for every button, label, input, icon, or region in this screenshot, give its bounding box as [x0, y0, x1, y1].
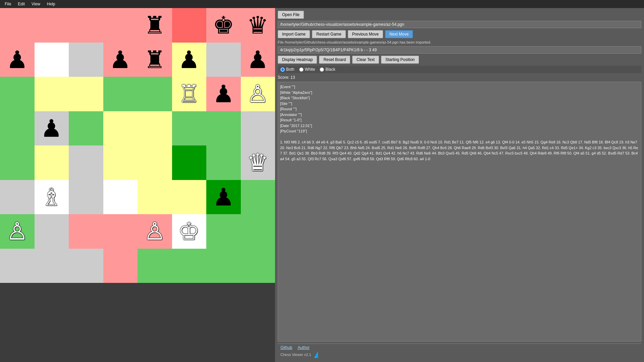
- import-game-button[interactable]: Import Game: [278, 30, 310, 38]
- cell-6-5[interactable]: ♔: [172, 214, 207, 249]
- cell-4-6[interactable]: [206, 145, 241, 180]
- cell-6-2[interactable]: [69, 214, 103, 249]
- radio-black-label[interactable]: Black: [320, 67, 335, 72]
- cell-6-3[interactable]: [103, 214, 138, 249]
- radio-black-text: Black: [325, 67, 335, 72]
- clear-text-button[interactable]: Clear Text: [352, 56, 379, 64]
- github-link[interactable]: Github: [280, 345, 292, 350]
- cell-2-3[interactable]: [103, 77, 138, 111]
- piece-1-5: ♟: [178, 48, 200, 72]
- cell-5-1[interactable]: ♗: [35, 180, 69, 215]
- author-link[interactable]: Author: [298, 345, 309, 350]
- cell-0-2[interactable]: [69, 8, 103, 43]
- cell-3-1[interactable]: ♟: [35, 111, 69, 146]
- cell-0-0[interactable]: [0, 8, 35, 43]
- cell-3-6[interactable]: [206, 111, 241, 146]
- cell-1-5[interactable]: ♟: [172, 43, 207, 77]
- cell-6-4[interactable]: ♙: [138, 214, 172, 249]
- game-controls-row: Import Game Restart Game Previous Move N…: [278, 30, 641, 38]
- cell-7-2[interactable]: [69, 249, 103, 283]
- cell-7-1[interactable]: [35, 249, 69, 283]
- radio-white-label[interactable]: White: [299, 67, 315, 72]
- cell-7-7[interactable]: [241, 249, 275, 283]
- next-move-button[interactable]: Next Move: [385, 30, 413, 38]
- cell-0-1[interactable]: [35, 8, 69, 43]
- cell-4-2[interactable]: [69, 145, 103, 180]
- cell-4-1[interactable]: [35, 145, 69, 180]
- file-path-input[interactable]: [278, 21, 641, 28]
- cell-2-4[interactable]: [138, 77, 172, 111]
- cell-2-6[interactable]: ♟: [206, 77, 241, 111]
- cell-5-3[interactable]: [103, 180, 138, 215]
- piece-6-0: ♙: [6, 219, 28, 243]
- game-text[interactable]: [Event ""] [White "AlphaZero"] [Black "S…: [278, 82, 641, 342]
- cell-6-0[interactable]: ♙: [0, 214, 35, 249]
- cell-1-7[interactable]: ♟: [241, 43, 275, 77]
- chess-board: ♜♚♛♟♟♜♟♟♖♟♙♟♛♗♟♙♙♔: [0, 8, 275, 283]
- reset-board-button[interactable]: Reset Board: [319, 56, 350, 64]
- cell-2-5[interactable]: ♖: [172, 77, 207, 111]
- piece-5-1: ♗: [41, 185, 62, 209]
- cell-2-2[interactable]: [69, 77, 103, 111]
- menu-edit[interactable]: Edit: [14, 1, 28, 7]
- radio-white[interactable]: [299, 67, 304, 72]
- cell-6-1[interactable]: [35, 214, 69, 249]
- cell-7-6[interactable]: [206, 249, 241, 283]
- cell-0-6[interactable]: ♚: [206, 8, 241, 43]
- cell-5-7[interactable]: [241, 180, 275, 215]
- piece-1-7: ♟: [247, 48, 269, 72]
- score-value: 13: [290, 75, 295, 80]
- cell-1-3[interactable]: ♟: [103, 43, 138, 77]
- cell-7-3[interactable]: [103, 249, 138, 283]
- radio-white-text: White: [305, 67, 315, 72]
- cell-0-5[interactable]: [172, 8, 207, 43]
- cell-5-2[interactable]: [69, 180, 103, 215]
- cell-0-3[interactable]: [103, 8, 138, 43]
- cell-7-5[interactable]: [172, 249, 207, 283]
- restart-game-button[interactable]: Restart Game: [312, 30, 346, 38]
- menubar: File Edit View Help: [0, 0, 644, 8]
- cell-1-2[interactable]: [69, 43, 103, 77]
- cell-1-4[interactable]: ♜: [138, 43, 172, 77]
- cell-1-6[interactable]: [206, 43, 241, 77]
- cell-3-2[interactable]: [69, 111, 103, 146]
- cell-3-7[interactable]: [241, 111, 275, 146]
- cell-5-0[interactable]: [0, 180, 35, 215]
- piece-1-0: ♟: [6, 48, 28, 72]
- cell-4-4[interactable]: [138, 145, 172, 180]
- previous-move-button[interactable]: Previous Move: [348, 30, 383, 38]
- cell-3-3[interactable]: [103, 111, 138, 146]
- display-heatmap-button[interactable]: Display Heatmap: [278, 56, 317, 64]
- cell-6-7[interactable]: [241, 214, 275, 249]
- cell-1-1[interactable]: [35, 43, 69, 77]
- starting-position-button[interactable]: Starting Position: [381, 56, 419, 64]
- cell-3-5[interactable]: [172, 111, 207, 146]
- cell-2-1[interactable]: [35, 77, 69, 111]
- cell-2-7[interactable]: ♙: [241, 77, 275, 111]
- cell-0-4[interactable]: ♜: [138, 8, 172, 43]
- cell-4-7[interactable]: ♛: [241, 145, 275, 180]
- menu-file[interactable]: File: [1, 1, 14, 7]
- cell-5-5[interactable]: [172, 180, 207, 215]
- cell-1-0[interactable]: ♟: [0, 43, 35, 77]
- cell-2-0[interactable]: [0, 77, 35, 111]
- radio-black[interactable]: [320, 67, 324, 72]
- radio-both[interactable]: [280, 67, 285, 72]
- radio-both-label[interactable]: Both: [280, 67, 294, 72]
- cell-4-3[interactable]: [103, 145, 138, 180]
- cell-4-5[interactable]: [172, 145, 207, 180]
- cell-7-4[interactable]: [138, 249, 172, 283]
- cell-3-0[interactable]: [0, 111, 35, 146]
- cell-7-0[interactable]: [0, 249, 35, 283]
- cell-6-6[interactable]: [206, 214, 241, 249]
- menu-help[interactable]: Help: [44, 1, 59, 7]
- cell-3-4[interactable]: [138, 111, 172, 146]
- radio-both-text: Both: [286, 67, 294, 72]
- open-file-button[interactable]: Open File: [278, 11, 304, 19]
- cell-5-6[interactable]: ♟: [206, 180, 241, 215]
- menu-view[interactable]: View: [28, 1, 44, 7]
- fen-input[interactable]: [278, 46, 641, 54]
- cell-4-0[interactable]: [0, 145, 35, 180]
- cell-0-7[interactable]: ♛: [241, 8, 275, 43]
- cell-5-4[interactable]: [138, 180, 172, 215]
